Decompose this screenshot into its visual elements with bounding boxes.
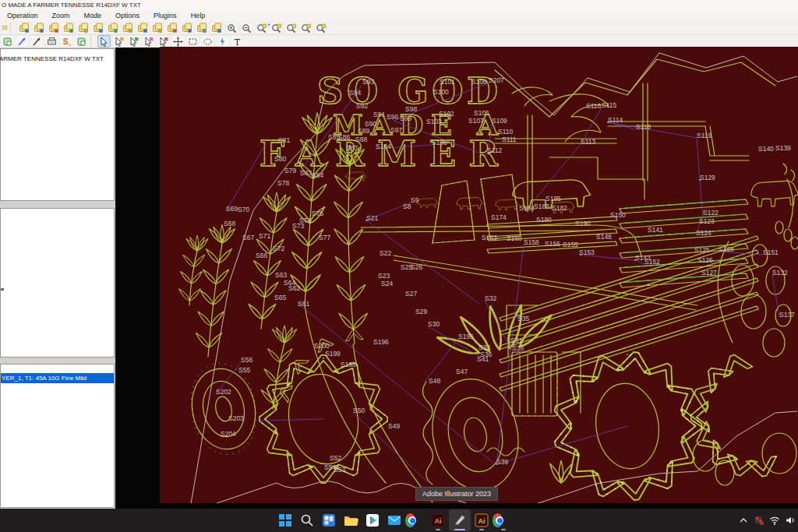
svg-text:S55: S55 <box>238 366 250 374</box>
svg-text:S94: S94 <box>349 89 361 97</box>
zoom-selection-icon[interactable] <box>284 22 298 34</box>
svg-text:S66: S66 <box>256 252 267 259</box>
parts-list-item[interactable]: ARMER TENNESSE R14DXF W TXT <box>0 49 114 62</box>
svg-text:S113: S113 <box>581 138 595 146</box>
zoom-all-icon[interactable] <box>314 22 327 34</box>
svg-text:S75: S75 <box>312 210 323 217</box>
align-parts-icon[interactable] <box>165 22 178 34</box>
menu-zoom[interactable]: Zoom <box>45 12 77 19</box>
illustrator-orange-icon[interactable]: Ai <box>471 509 493 531</box>
menu-plugins[interactable]: Plugins <box>147 12 184 19</box>
operations-panel[interactable]: YER_1, T1: 45A 10G Fine Mild <box>0 364 115 508</box>
rect-select-icon[interactable] <box>186 35 200 48</box>
add-part-icon[interactable] <box>32 22 45 34</box>
svg-text:S190: S190 <box>575 220 591 227</box>
svg-text:S54: S54 <box>324 463 336 471</box>
svg-text:S26: S26 <box>411 263 422 271</box>
mirror-part-icon[interactable] <box>136 22 149 34</box>
menu-operation[interactable]: Operation <box>0 12 45 19</box>
menu-options[interactable]: Options <box>108 12 147 19</box>
jet-arrow-icon[interactable] <box>16 35 29 48</box>
tray-badge-app-icon[interactable] <box>751 509 767 531</box>
zoom-out-icon[interactable] <box>240 22 253 34</box>
svg-text:S127: S127 <box>701 269 717 277</box>
scale-part-icon[interactable] <box>150 22 164 34</box>
wifi-icon[interactable] <box>767 509 782 531</box>
svg-text:S63: S63 <box>275 271 287 279</box>
import-part-icon[interactable] <box>17 22 30 34</box>
media-play-icon[interactable] <box>362 509 383 531</box>
zoom-in-icon[interactable] <box>225 22 238 34</box>
svg-text:S155: S155 <box>563 241 578 248</box>
mail-icon[interactable] <box>383 509 405 531</box>
select-start-icon[interactable] <box>112 35 125 48</box>
operation-selected-row[interactable]: YER_1, T1: 45A 10G Fine Mild <box>1 373 114 383</box>
mountain-outline <box>495 59 775 117</box>
svg-text:S115: S115 <box>602 101 616 109</box>
tray-chevron-icon[interactable] <box>736 509 751 531</box>
select-direction-icon[interactable] <box>127 35 140 48</box>
group-parts-icon[interactable] <box>180 22 193 34</box>
text-tool-icon[interactable]: T <box>231 35 244 48</box>
sheetcam-knife-icon[interactable] <box>449 509 471 531</box>
widgets-icon[interactable] <box>318 509 340 531</box>
ellipse-select-icon[interactable] <box>201 35 214 48</box>
volume-icon[interactable] <box>782 509 798 531</box>
menu-help[interactable]: Help <box>184 12 213 19</box>
svg-text:S71: S71 <box>259 232 270 240</box>
partial-part-icon[interactable] <box>1 22 8 34</box>
zoom-window-icon[interactable] <box>255 22 268 34</box>
nc-drawing: SO GOD MADE A FARMER SO GOD FARMER <box>160 47 798 503</box>
file-explorer-icon[interactable] <box>340 509 362 531</box>
select-region-icon[interactable] <box>157 35 170 48</box>
svg-text:S9: S9 <box>411 196 419 204</box>
jet-arrow2-icon[interactable] <box>30 35 44 48</box>
svg-text:S49: S49 <box>388 422 400 430</box>
svg-text:S67: S67 <box>242 234 254 241</box>
zoom-part-icon[interactable] <box>299 22 312 34</box>
svg-text:S153: S153 <box>579 248 595 256</box>
contour-tool2-icon[interactable] <box>75 35 88 48</box>
svg-text:S141: S141 <box>648 226 663 234</box>
svg-text:S27: S27 <box>405 290 417 298</box>
nest-parts-icon[interactable] <box>210 22 223 34</box>
svg-text:S86: S86 <box>338 133 350 141</box>
svg-text:S105: S105 <box>474 109 489 117</box>
svg-text:S89: S89 <box>358 127 369 135</box>
part-preview-panel[interactable] <box>0 208 115 358</box>
measure-bolt-icon[interactable] <box>216 35 229 48</box>
parts-list-panel[interactable]: ARMER TENNESSE R14DXF W TXT <box>0 48 115 201</box>
move-origin-icon[interactable] <box>171 35 185 48</box>
move-part-icon[interactable] <box>106 22 119 34</box>
copy-part-icon[interactable] <box>47 22 60 34</box>
zoom-extents-icon[interactable] <box>270 22 283 34</box>
svg-text:S116: S116 <box>586 102 601 110</box>
crescents <box>783 164 795 181</box>
illustrator-maroon-icon[interactable]: Ai <box>427 509 449 531</box>
select-cursor-icon[interactable] <box>97 35 111 48</box>
rotate-part-icon[interactable] <box>121 22 134 34</box>
drawing-canvas[interactable]: SO GOD MADE A FARMER SO GOD FARMER <box>160 47 798 503</box>
chrome2-icon[interactable] <box>493 509 514 531</box>
array-copy-icon[interactable] <box>91 22 104 34</box>
svg-text:Ai: Ai <box>478 517 486 525</box>
contour-tool-icon[interactable] <box>1 35 14 48</box>
duplicate-part-icon[interactable] <box>76 22 90 34</box>
chrome-icon[interactable] <box>405 509 427 531</box>
paste-part-icon[interactable] <box>62 22 75 34</box>
svg-text:S102: S102 <box>439 110 454 118</box>
machine-setup-icon[interactable] <box>45 35 58 48</box>
svg-text:S29: S29 <box>415 308 427 315</box>
search-icon[interactable] <box>296 509 318 531</box>
ungroup-parts-icon[interactable] <box>195 22 208 34</box>
spline-tool-icon[interactable]: S <box>60 35 73 48</box>
menu-mode[interactable]: Mode <box>77 12 109 19</box>
select-order-icon[interactable] <box>142 35 155 48</box>
svg-text:S132: S132 <box>772 269 788 277</box>
svg-text:S72: S72 <box>273 245 284 252</box>
svg-text:S195: S195 <box>458 333 474 340</box>
svg-text:S79: S79 <box>284 167 296 174</box>
start-icon[interactable] <box>274 509 296 531</box>
svg-text:S106: S106 <box>471 78 487 86</box>
svg-text:S32: S32 <box>485 294 496 302</box>
